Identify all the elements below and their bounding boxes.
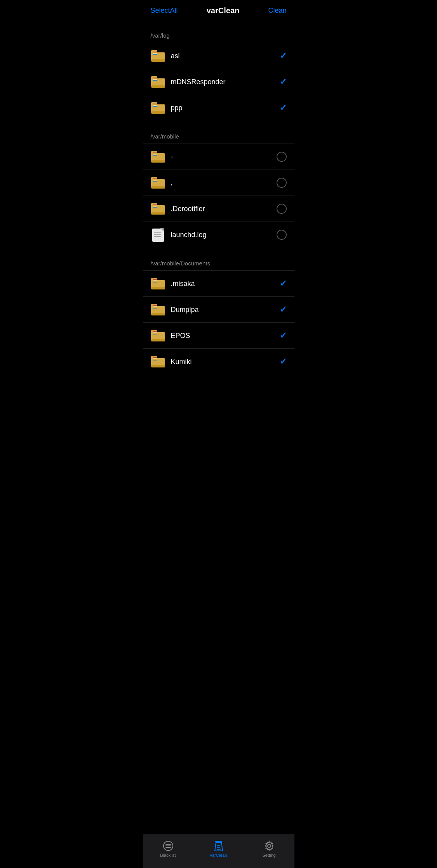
list-item[interactable]: .misaka ✓	[143, 271, 294, 297]
circle-empty-icon	[277, 230, 287, 240]
list-item[interactable]: ppp ✓	[143, 95, 294, 121]
checkmark-icon: ✓	[280, 104, 287, 112]
folder-icon	[151, 74, 165, 89]
content-area: /var/log asl ✓	[143, 29, 294, 409]
folder-icon	[151, 328, 165, 343]
folder-icon	[151, 175, 165, 190]
section-header-var-mobile-documents: /var/mobile/Documents	[143, 257, 294, 270]
tab-varclean[interactable]: varClean	[193, 837, 244, 858]
list-item[interactable]: EPOS ✓	[143, 323, 294, 349]
section-var-mobile: /var/mobile -	[143, 130, 294, 248]
section-header-var-mobile: /var/mobile	[143, 130, 294, 143]
folder-icon	[151, 201, 165, 216]
checkmark-icon: ✓	[280, 78, 287, 86]
item-name: -	[171, 153, 277, 161]
list-item[interactable]: .Derootifier	[143, 196, 294, 222]
tab-varclean-label: varClean	[210, 853, 227, 858]
circle-empty-icon	[277, 178, 287, 188]
list-item[interactable]: ,	[143, 170, 294, 196]
folder-icon	[151, 354, 165, 369]
checkmark-icon: ✓	[280, 279, 287, 288]
list-item[interactable]: -	[143, 144, 294, 170]
item-name: .misaka	[171, 280, 280, 288]
svg-point-8	[268, 844, 271, 847]
setting-icon	[264, 840, 275, 851]
tab-setting-label: Setting	[262, 853, 275, 858]
item-name: mDNSResponder	[171, 78, 280, 86]
tab-blacklist-label: Blacklist	[160, 853, 176, 858]
page-title: varClean	[207, 6, 240, 15]
tab-bar: Blacklist varClean Setting	[143, 834, 294, 868]
select-all-button[interactable]: SelectAll	[151, 7, 178, 15]
tab-setting[interactable]: Setting	[244, 837, 294, 858]
checkmark-icon: ✓	[280, 331, 287, 340]
section-var-mobile-documents: /var/mobile/Documents .misaka ✓	[143, 257, 294, 374]
checkmark-icon: ✓	[280, 305, 287, 314]
app-header: SelectAll varClean Clean	[143, 0, 294, 20]
list-item[interactable]: asl ✓	[143, 43, 294, 69]
item-name: ,	[171, 179, 277, 187]
tab-blacklist[interactable]: Blacklist	[143, 837, 193, 858]
item-name: EPOS	[171, 332, 280, 340]
circle-empty-icon	[277, 204, 287, 214]
varclean-icon	[213, 840, 224, 851]
list-item[interactable]: Dumplpa ✓	[143, 297, 294, 323]
item-name: launchd.log	[171, 231, 277, 239]
circle-empty-icon	[277, 152, 287, 162]
item-name: Dumplpa	[171, 306, 280, 314]
checkmark-icon: ✓	[280, 52, 287, 60]
section-header-var-log: /var/log	[143, 29, 294, 42]
list-item[interactable]: launchd.log	[143, 222, 294, 248]
item-name: ppp	[171, 104, 280, 112]
blacklist-icon	[163, 840, 174, 851]
folder-icon	[151, 302, 165, 317]
folder-icon	[151, 100, 165, 115]
folder-icon	[151, 276, 165, 291]
clean-button[interactable]: Clean	[268, 7, 286, 15]
folder-icon	[151, 49, 165, 63]
item-name: asl	[171, 52, 280, 60]
item-name: .Derootifier	[171, 205, 277, 213]
checkmark-icon: ✓	[280, 357, 287, 366]
folder-icon	[151, 149, 165, 164]
item-name: Kumiki	[171, 358, 280, 366]
section-var-log: /var/log asl ✓	[143, 29, 294, 121]
list-item[interactable]: Kumiki ✓	[143, 349, 294, 374]
file-icon	[151, 227, 165, 242]
list-item[interactable]: mDNSResponder ✓	[143, 69, 294, 95]
